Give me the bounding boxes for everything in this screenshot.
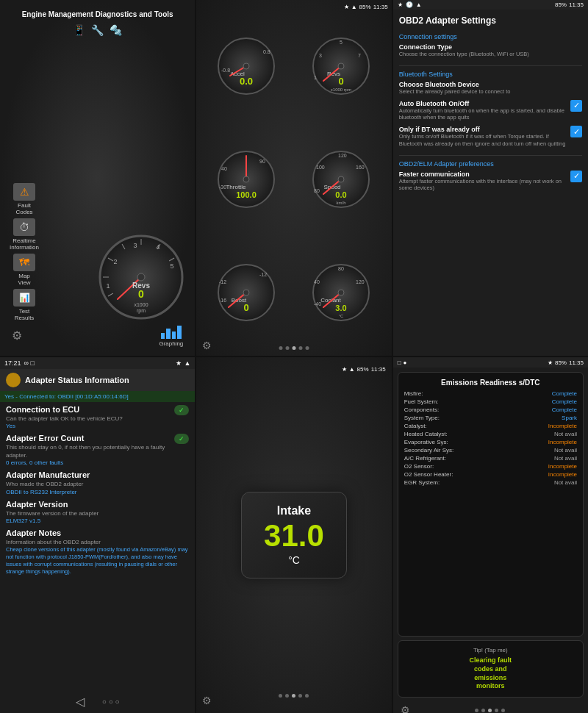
svg-text:-12: -12 [219,279,226,284]
battery-p5: 85% [357,366,369,373]
clock-icon: 🕐 [406,1,413,8]
sidebar-item-test-results[interactable]: 📊 TestResults [10,289,39,321]
svg-text:0: 0 [138,288,144,300]
faster-comm-title: Faster communication [399,171,566,178]
svg-text:rpm: rpm [137,308,146,314]
connection-type-title: Connection Type [399,43,582,51]
faster-comm-desc: Attempt faster communications with the i… [399,178,566,193]
panel-gauges-grid: ★ ▲ 85% 11:35 -0.8 0.8 Accel 0.0 [196,0,391,356]
svg-text:3: 3 [134,242,137,249]
svg-point-35 [338,63,344,69]
svg-text:80: 80 [314,188,320,193]
info-section-notes: Adapter Notes Information about the OBD2… [6,529,189,575]
svg-text:km/h: km/h [336,201,345,205]
emissions-row-o2-heater: O2 Sensor Heater: Incomplete [404,471,577,478]
svg-text:0: 0 [244,302,249,313]
auto-bt-row[interactable]: Auto Bluetooth On/Off Automatically turn… [399,100,582,122]
emissions-title: Emissions Readiness s/DTC [404,379,577,387]
faster-comm-checkbox[interactable] [570,171,582,182]
panel6-settings[interactable]: ⚙ [401,703,410,713]
dot-2 [285,346,289,350]
emissions-row-components: Components: Complete [404,406,577,413]
panel-engine-management: Engine Management Diagnostics and Tools … [0,0,195,356]
bluetooth-settings-header: Bluetooth Settings [399,71,582,78]
svg-text:100.0: 100.0 [236,190,257,199]
svg-text:2: 2 [114,258,118,265]
dot-4 [298,346,302,350]
status-icon-1: □ [398,359,401,366]
panel2-settings[interactable]: ⚙ [202,339,212,352]
gear-icon: ⚙ [401,704,410,713]
svg-text:3.0: 3.0 [335,304,346,312]
dot-p6-5 [501,709,505,712]
auto-bt-checkbox[interactable] [570,100,582,112]
signal-icon: ▲ [351,4,357,10]
svg-text:100: 100 [316,165,325,170]
only-bt-desc: Only turns on/off Bluetooth if it was of… [399,133,566,148]
svg-text:x1000 rpm: x1000 rpm [331,87,351,92]
panel5-settings[interactable]: ⚙ [202,694,212,707]
ecu-check [174,405,189,415]
panel6-dots [475,709,505,712]
fault-codes-label: FaultCodes [15,202,32,215]
panel-adapter-status: 17:21 ∞ □ ★ ▲ Adapter Status Information… [0,357,195,713]
svg-text:80: 80 [338,266,344,271]
only-bt-row[interactable]: Only if BT was already off Only turns on… [399,126,582,148]
intake-value: 31.0 [264,520,324,551]
time-p4: 17:21 [4,359,21,367]
svg-point-71 [338,290,344,295]
dot-p6-1 [475,709,478,712]
warning-icon: ⚠ [20,186,29,198]
panel-emissions: □ ● ★ 85% 11:35 Emissions Readiness s/DT… [393,357,588,713]
connected-text: Yes - Connected to: OBDII [00:1D:A5:00:1… [4,393,190,400]
tip-card[interactable]: Tip! (Tap me) Clearing faultcodes andemi… [398,640,584,698]
svg-point-53 [338,176,344,182]
sidebar-item-fault-codes[interactable]: ⚠ FaultCodes [10,183,39,215]
back-button[interactable]: ◁ [76,695,85,709]
gear-icon: ⚙ [12,329,22,342]
wrench-icon: 🔩 [110,24,122,36]
only-bt-title: Only if BT was already off [399,126,566,133]
notes-value: Cheap clone versions of this adapter (mo… [6,546,189,575]
status-icon-2: ● [404,359,407,366]
faster-comm-row[interactable]: Faster communication Attempt faster comm… [399,171,582,193]
settings-button[interactable]: ⚙ [12,329,22,343]
dot-p5-2 [285,694,289,698]
home-dots: ○ ○ ○ [102,698,120,706]
info-section-manufacturer: Adapter Manufacturer Who made the OBD2 a… [6,470,189,495]
dot-p5-3 [292,694,295,698]
speed-gauge: 80 100 120 160 Speed 0.0 km/h [295,124,388,236]
bluetooth-status-icon: ★ [398,1,403,8]
error-count-value: 0 errors, 0 other faults [6,459,174,466]
realtime-label: RealtimeInformation [10,237,39,251]
notes-desc: Information about the OBD2 adapter [6,539,189,546]
battery-p6: 85% [555,359,567,366]
svg-text:Throttle: Throttle [226,184,247,190]
time-p6: 11:35 [569,359,584,366]
gear-icon: ⚙ [202,695,212,706]
connection-status: Yes - Connected to: OBDII [00:1D:A5:00:1… [0,391,195,402]
panel-intake: ★ ▲ 85% 11:35 Intake 31.0 °C ⚙ [196,357,391,713]
sidebar-item-graphing[interactable]: Graphing [159,324,183,347]
info-section-version: Adapter Version The firmware version of … [6,500,189,524]
app-icons: 📱 🔧 🔩 [73,24,122,36]
only-bt-checkbox[interactable] [570,126,582,137]
test-results-label: TestResults [15,308,35,321]
svg-text:120: 120 [338,153,347,158]
sidebar-item-realtime[interactable]: ⏱ RealtimeInformation [10,218,39,251]
map-label: MapView [18,273,30,286]
bt-p4: ★ [176,359,182,367]
ecu-value: Yes [6,423,123,429]
svg-text:4: 4 [157,243,160,251]
svg-point-43 [243,176,249,182]
adapter-title: Adapter Status Information [25,376,129,384]
bt-p6: ★ [548,359,553,366]
sidebar-item-map[interactable]: 🗺 MapView [10,254,39,286]
obd2-settings-title: OBD2 Adapter Settings [399,15,582,26]
error-count-title: Adapter Error Count [6,434,174,443]
svg-text:160: 160 [356,165,365,170]
svg-text:0: 0 [338,76,343,87]
error-check [174,434,189,444]
chart-icon: 📊 [19,293,30,303]
emissions-row-catalyst: Catalyst: Incomplete [404,423,577,429]
